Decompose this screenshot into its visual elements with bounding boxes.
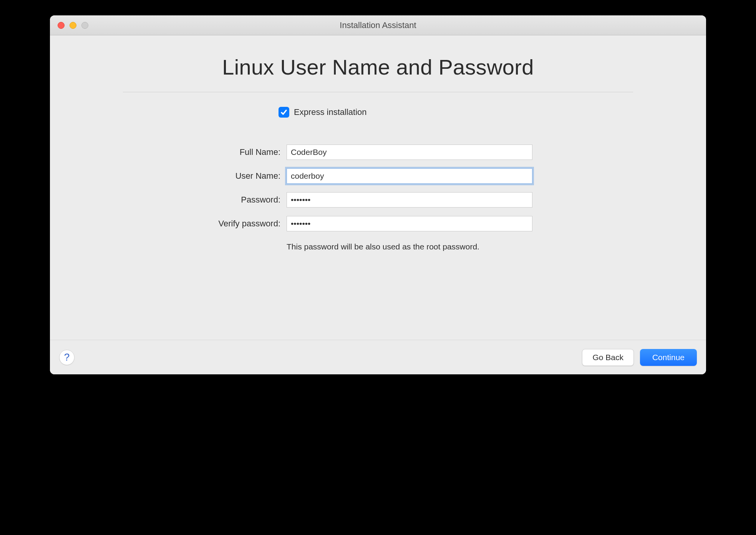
minimize-window-button[interactable] [70,22,76,29]
continue-button[interactable]: Continue [640,349,697,366]
express-installation-label: Express installation [294,107,367,117]
footer: ? Go Back Continue [50,340,706,374]
maximize-window-button [81,22,88,29]
titlebar: Installation Assistant [50,15,706,35]
close-window-button[interactable] [58,22,65,29]
full-name-label: Full Name: [73,147,280,157]
express-installation-checkbox[interactable] [279,107,289,118]
checkmark-icon [280,108,288,116]
content-area: Linux User Name and Password Express ins… [50,35,706,340]
verify-password-input[interactable] [287,216,532,231]
go-back-button[interactable]: Go Back [582,349,634,366]
verify-password-label: Verify password: [73,219,280,229]
user-name-input[interactable] [287,168,532,184]
password-hint: This password will be also used as the r… [287,242,683,251]
full-name-input[interactable] [287,145,532,160]
page-title: Linux User Name and Password [73,55,683,80]
traffic-lights [50,22,88,29]
window-title: Installation Assistant [50,20,706,30]
installation-assistant-window: Installation Assistant Linux User Name a… [50,15,706,374]
user-name-label: User Name: [73,171,280,181]
help-icon: ? [64,351,70,363]
password-label: Password: [73,195,280,205]
help-button[interactable]: ? [59,350,75,365]
express-installation-row: Express installation [279,107,683,118]
spacer [73,251,683,340]
password-input[interactable] [287,192,532,208]
credentials-form: Full Name: User Name: Password: Verify p… [73,145,683,251]
divider [123,92,633,92]
